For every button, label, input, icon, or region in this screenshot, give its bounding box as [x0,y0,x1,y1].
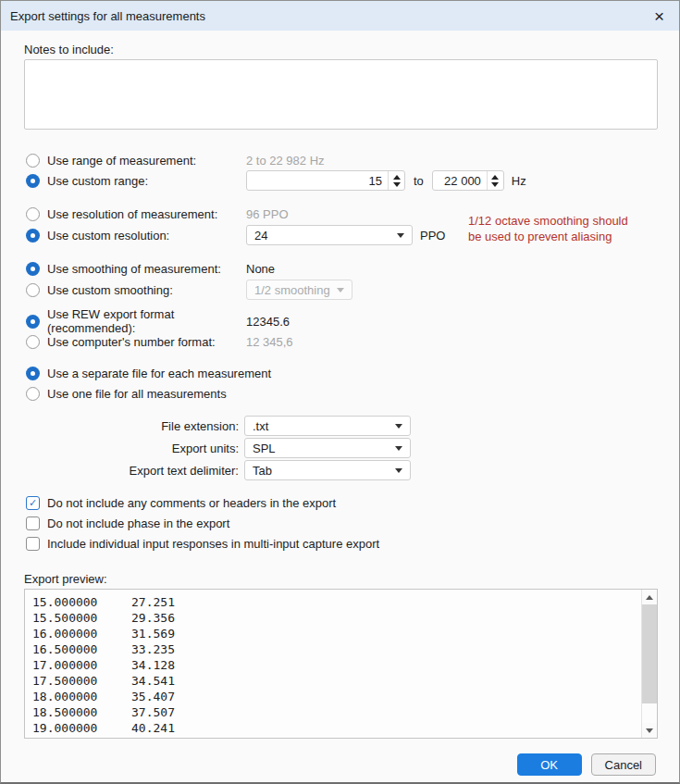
close-icon[interactable]: × [650,7,668,25]
preview-row: 18.00000035.407 [32,689,641,704]
file-mode-group: Use a separate file for each measurement… [24,363,656,404]
chevron-down-icon [395,424,402,429]
custom-resolution-radio[interactable] [26,229,40,243]
file-extension-select[interactable]: .txt [244,416,411,436]
range-of-measurement-value: 2 to 22 982 Hz [246,154,325,168]
aliasing-warning-line1: 1/12 octave smoothing should [468,213,662,229]
range-of-measurement-radio[interactable] [26,154,40,168]
notes-input[interactable] [24,59,658,130]
number-format-group: Use REW export format (recommended): 123… [24,311,656,352]
multi-input-row: Include individual input responses in mu… [24,533,656,554]
aliasing-warning-line2: be used to prevent aliasing [468,229,662,244]
chevron-down-icon [337,288,344,292]
file-extension-label: File extension: [24,419,244,433]
chevron-down-icon [397,233,404,238]
separate-file-radio[interactable] [26,367,40,380]
range-of-measurement-row: Use range of measurement: 2 to 22 982 Hz [24,150,656,170]
smoothing-of-measurement-row: Use smoothing of measurement: None [24,258,656,279]
custom-resolution-value: 24 [254,229,267,243]
preview-row: 19.00000040.241 [32,720,641,736]
range-from-spin-arrows-icon[interactable] [388,171,404,190]
custom-smoothing-label[interactable]: Use custom smoothing: [47,283,246,297]
range-of-measurement-label[interactable]: Use range of measurement: [47,154,246,168]
export-preview-box: 15.00000027.251 15.50000029.356 16.00000… [24,589,658,739]
custom-smoothing-row: Use custom smoothing: 1/2 smoothing [24,279,656,301]
export-delimiter-row: Export text delimiter: Tab [24,459,656,481]
no-comments-row: ✓ Do not include any comments or headers… [24,492,656,513]
computer-format-radio[interactable] [26,335,40,349]
resolution-of-measurement-radio[interactable] [26,207,40,221]
preview-row: 17.50000034.541 [32,673,641,689]
scroll-down-icon[interactable] [642,723,657,738]
chevron-down-icon [395,446,402,451]
export-units-label: Export units: [24,442,244,455]
separate-file-label[interactable]: Use a separate file for each measurement [47,367,271,380]
preview-scrollbar[interactable] [641,590,657,738]
no-comments-checkbox[interactable]: ✓ [26,496,40,510]
custom-smoothing-select: 1/2 smoothing [246,280,352,300]
preview-row: 16.00000031.569 [32,626,641,641]
title-bar: Export settings for all measurements × [1,1,679,31]
custom-resolution-label[interactable]: Use custom resolution: [47,229,246,243]
notes-label: Notes to include: [24,43,656,56]
ok-button[interactable]: OK [517,753,582,776]
preview-row: 15.00000027.251 [32,594,641,610]
range-from-spinner[interactable]: 15 [246,170,405,191]
resolution-of-measurement-value: 96 PPO [246,207,289,221]
rew-format-label[interactable]: Use REW export format (recommended): [47,307,246,335]
custom-range-radio[interactable] [26,174,40,188]
range-to-joiner: to [414,174,424,188]
custom-resolution-select[interactable]: 24 [246,225,413,245]
aliasing-warning: 1/12 octave smoothing should be used to … [468,213,662,244]
dialog-footer: OK Cancel [24,753,656,776]
preview-row: 18.50000037.507 [32,704,641,720]
rew-format-example: 12345.6 [246,315,290,329]
smoothing-of-measurement-radio[interactable] [26,262,40,276]
preview-row: 16.50000033.235 [32,641,641,657]
export-delimiter-label: Export text delimiter: [24,464,244,478]
scrollbar-thumb[interactable] [642,604,657,703]
file-extension-row: File extension: .txt [24,415,656,437]
range-unit-label: Hz [512,174,526,188]
export-delimiter-select[interactable]: Tab [244,460,411,480]
range-to-value[interactable]: 22 000 [433,171,487,190]
no-phase-label[interactable]: Do not include phase in the export [47,516,229,530]
smoothing-of-measurement-label[interactable]: Use smoothing of measurement: [47,262,246,276]
one-file-row: Use one file for all measurements [24,383,656,404]
multi-input-checkbox[interactable] [26,537,40,551]
no-phase-checkbox[interactable] [26,516,40,530]
preview-label: Export preview: [24,572,656,586]
custom-smoothing-value: 1/2 smoothing [254,283,330,297]
range-group: Use range of measurement: 2 to 22 982 Hz… [24,150,656,191]
one-file-radio[interactable] [26,387,40,401]
custom-range-row: Use custom range: 15 to 22 000 Hz [24,170,656,191]
export-units-select[interactable]: SPL [244,438,411,458]
export-units-row: Export units: SPL [24,437,656,459]
scroll-up-icon[interactable] [642,590,657,604]
scrollbar-track[interactable] [642,604,657,723]
custom-smoothing-radio[interactable] [26,283,40,297]
preview-row: 15.50000029.356 [32,610,641,626]
export-preview-text: 15.00000027.251 15.50000029.356 16.00000… [25,590,641,738]
range-from-value[interactable]: 15 [247,171,388,190]
range-to-spin-arrows-icon[interactable] [487,171,503,190]
smoothing-of-measurement-value: None [246,262,275,276]
rew-format-row: Use REW export format (recommended): 123… [24,311,656,331]
resolution-of-measurement-label[interactable]: Use resolution of measurement: [47,207,246,221]
preview-row: 17.00000034.128 [32,657,641,673]
export-units-value: SPL [253,442,276,455]
cancel-button[interactable]: Cancel [591,753,656,776]
no-phase-row: Do not include phase in the export [24,513,656,533]
rew-format-radio[interactable] [26,315,40,329]
dialog-title: Export settings for all measurements [10,9,650,23]
export-delimiter-value: Tab [253,464,272,478]
computer-format-row: Use computer's number format: 12 345,6 [24,331,656,352]
resolution-unit-label: PPO [420,229,445,243]
one-file-label[interactable]: Use one file for all measurements [47,387,227,401]
export-settings-dialog: Export settings for all measurements × N… [0,0,680,784]
custom-range-label[interactable]: Use custom range: [47,174,246,188]
no-comments-label[interactable]: Do not include any comments or headers i… [47,496,336,510]
multi-input-label[interactable]: Include individual input responses in mu… [47,537,379,551]
range-to-spinner[interactable]: 22 000 [432,170,504,191]
computer-format-label[interactable]: Use computer's number format: [47,335,246,349]
